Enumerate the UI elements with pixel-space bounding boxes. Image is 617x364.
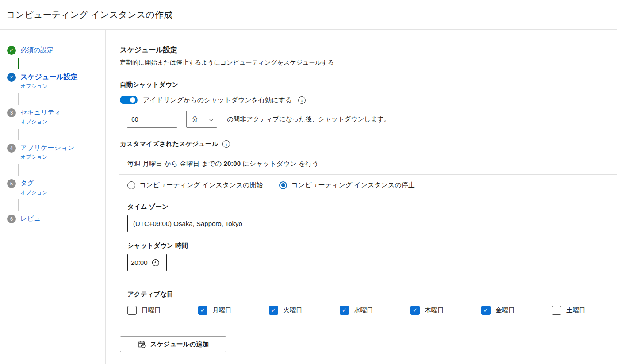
step-connector <box>18 58 19 69</box>
step-optional-label: オプション <box>20 83 78 90</box>
shutdown-time-input[interactable]: 20:00 <box>127 254 167 271</box>
step-label: アプリケーション <box>20 143 74 152</box>
radio-stop-instance[interactable]: コンピューティング インスタンスの停止 <box>279 181 414 189</box>
clock-icon <box>152 259 160 267</box>
step-optional-label: オプション <box>20 118 61 126</box>
shutdown-time-label: シャットダウン 時間 <box>127 241 617 250</box>
radio-icon <box>127 181 135 189</box>
step-optional-label: オプション <box>20 153 74 161</box>
step-5-badge: 5 <box>7 179 16 188</box>
checkbox-icon: ✓ <box>340 306 349 315</box>
section-description: 定期的に開始または停止するようにコンピューティングをスケジュールする <box>120 59 617 67</box>
chevron-down-icon <box>209 116 214 121</box>
day-checkbox-friday[interactable]: ✓ 金曜日 <box>481 306 552 315</box>
step-4-badge: 4 <box>7 144 16 153</box>
timezone-label: タイム ゾーン <box>127 203 617 211</box>
timezone-select[interactable]: (UTC+09:00) Osaka, Sapporo, Tokyo <box>127 215 617 232</box>
text-cursor <box>180 81 180 88</box>
day-checkbox-sunday[interactable]: ✓ 日曜日 <box>127 306 198 315</box>
step-2-badge: 2 <box>7 73 16 82</box>
day-label: 土曜日 <box>566 306 586 314</box>
divider <box>119 174 617 175</box>
add-schedule-calendar-clock-icon <box>138 340 146 349</box>
toggle-knob <box>130 97 135 103</box>
step-label: スケジュール設定 <box>20 73 78 81</box>
day-checkbox-wednesday[interactable]: ✓ 水曜日 <box>340 306 410 315</box>
checkbox-icon: ✓ <box>269 306 278 315</box>
step-connector <box>18 199 19 211</box>
idle-shutdown-toggle-label: アイドリングからのシャットダウンを有効にする <box>143 96 292 104</box>
checkbox-icon: ✓ <box>198 306 207 315</box>
idle-unit-select[interactable]: 分 <box>186 111 217 128</box>
idle-suffix-text: の間非アクティブになった後、シャットダウンします。 <box>227 115 390 123</box>
step-connector <box>18 129 19 140</box>
day-checkbox-thursday[interactable]: ✓ 木曜日 <box>410 306 481 315</box>
page-title: コンピューティング インスタンスの作成 <box>6 9 172 21</box>
schedule-settings-panel: スケジュール設定 定期的に開始または停止するようにコンピューティングをスケジュー… <box>106 30 617 364</box>
day-label: 月曜日 <box>212 306 232 314</box>
step-6-badge: 6 <box>7 215 16 223</box>
page-header: コンピューティング インスタンスの作成 <box>0 0 617 30</box>
auto-shutdown-label: 自動シャットダウン <box>120 80 617 89</box>
schedule-summary: 毎週 月曜日 から 金曜日 までの 20:00 にシャットダウン を行う <box>127 153 617 174</box>
checkbox-icon: ✓ <box>127 306 137 315</box>
day-checkbox-monday[interactable]: ✓ 月曜日 <box>198 306 269 315</box>
radio-stop-label: コンピューティング インスタンスの停止 <box>291 181 414 189</box>
day-checkbox-tuesday[interactable]: ✓ 火曜日 <box>269 306 340 315</box>
step-label: タグ <box>20 179 47 188</box>
add-schedule-button[interactable]: スケジュールの追加 <box>120 336 226 352</box>
idle-shutdown-toggle[interactable] <box>120 96 138 104</box>
step-connector <box>18 93 19 105</box>
sidebar-step-tags[interactable]: 5 タグ オプション <box>7 179 105 196</box>
step-completed-check-icon: ✓ <box>7 46 16 55</box>
shutdown-time-value: 20:00 <box>131 259 148 266</box>
active-days-row: ✓ 日曜日 ✓ 月曜日 ✓ 火曜日 ✓ 水曜日 ✓ 木曜日 <box>127 306 617 315</box>
step-label: 必須の設定 <box>20 46 54 54</box>
info-icon[interactable]: i <box>298 96 306 104</box>
day-label: 日曜日 <box>142 306 161 314</box>
timezone-value: (UTC+09:00) Osaka, Sapporo, Tokyo <box>133 220 242 227</box>
step-connector <box>18 164 19 176</box>
step-label: レビュー <box>20 214 47 223</box>
day-label: 火曜日 <box>283 306 303 314</box>
custom-schedule-label: カスタマイズされたスケジュール <box>120 140 218 148</box>
add-schedule-button-label: スケジュールの追加 <box>150 340 209 349</box>
checkbox-icon: ✓ <box>552 306 561 315</box>
sidebar-step-review[interactable]: 6 レビュー <box>7 214 105 223</box>
day-label: 木曜日 <box>425 306 444 314</box>
step-3-badge: 3 <box>7 108 16 117</box>
checkbox-icon: ✓ <box>410 306 420 315</box>
checkbox-icon: ✓ <box>481 306 491 315</box>
day-label: 水曜日 <box>354 306 373 314</box>
step-optional-label: オプション <box>20 189 47 196</box>
day-label: 金曜日 <box>495 306 515 314</box>
sidebar-step-schedule-settings[interactable]: 2 スケジュール設定 オプション <box>7 73 105 90</box>
idle-minutes-input[interactable] <box>127 111 177 128</box>
day-checkbox-saturday[interactable]: ✓ 土曜日 <box>552 306 617 315</box>
info-icon[interactable]: i <box>222 140 230 148</box>
radio-start-label: コンピューティング インスタンスの開始 <box>139 181 263 189</box>
idle-unit-value: 分 <box>192 115 198 123</box>
step-label: セキュリティ <box>20 108 61 117</box>
radio-start-instance[interactable]: コンピューティング インスタンスの開始 <box>127 181 263 189</box>
sidebar-step-applications[interactable]: 4 アプリケーション オプション <box>7 143 105 161</box>
wizard-steps-sidebar: ✓ 必須の設定 2 スケジュール設定 オプション 3 セキュリティ オプション … <box>0 30 106 364</box>
sidebar-step-security[interactable]: 3 セキュリティ オプション <box>7 108 105 126</box>
section-heading: スケジュール設定 <box>120 46 617 55</box>
radio-icon <box>279 181 287 189</box>
active-days-label: アクティブな日 <box>127 290 617 299</box>
schedule-card: 毎週 月曜日 から 金曜日 までの 20:00 にシャットダウン を行う コンピ… <box>119 153 617 327</box>
sidebar-step-required-settings[interactable]: ✓ 必須の設定 <box>7 46 105 55</box>
